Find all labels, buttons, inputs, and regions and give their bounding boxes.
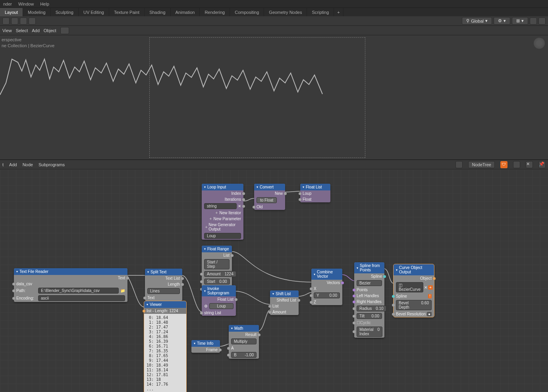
tab-geometry-nodes[interactable]: Geometry Nodes bbox=[264, 8, 307, 16]
menu-help[interactable]: Help bbox=[40, 2, 49, 6]
tab-scripting[interactable]: Scripting bbox=[307, 8, 334, 16]
snap-toggle[interactable]: ⚙▾ bbox=[494, 17, 510, 25]
curve-object-field[interactable]: ◫ BezierCurve bbox=[396, 282, 423, 292]
tab-rendering[interactable]: Rendering bbox=[200, 8, 230, 16]
encoding-field[interactable]: ascii bbox=[38, 295, 125, 301]
node-text-file-reader[interactable]: ▾Text File Reader Text data_csv Path:E:\… bbox=[14, 268, 127, 302]
folder-icon[interactable]: 📁 bbox=[120, 288, 125, 293]
node-menu-t[interactable]: t bbox=[2, 162, 4, 167]
tab-shading[interactable]: Shading bbox=[145, 8, 170, 16]
viewport-3d[interactable]: erspective ne Collection | BezierCurve bbox=[0, 35, 548, 160]
select-menu[interactable]: Select bbox=[16, 28, 28, 33]
node-viewer[interactable]: ▾Viewer list - Length: 1224 0: 18.64 1: … bbox=[144, 301, 186, 392]
node-time-info[interactable]: ▾Time Info Frame bbox=[191, 340, 220, 353]
menu-blender[interactable]: nder bbox=[3, 2, 12, 6]
loop-input-string-field[interactable]: string bbox=[204, 203, 237, 209]
axis-gizmo-icon[interactable] bbox=[534, 38, 545, 49]
tool-icon-1[interactable] bbox=[11, 17, 18, 25]
proportional-falloff-icon[interactable] bbox=[538, 17, 546, 25]
gear-icon[interactable]: ⚙ bbox=[204, 304, 208, 308]
snap-icon: ⊞ bbox=[516, 18, 520, 23]
snap-target[interactable]: ⊞▾ bbox=[512, 17, 528, 25]
add-menu[interactable]: Add bbox=[32, 28, 40, 33]
draw-mode-icon[interactable] bbox=[60, 27, 69, 34]
node-editor-header: t Add Node Subprograms NodeTree 🛡 ✕ 📌 bbox=[0, 160, 548, 169]
node-split-text[interactable]: ▾Split Text Text List Length Lines Text bbox=[145, 269, 182, 301]
viewport-header: View Select Add Object bbox=[0, 26, 548, 35]
tab-compositing[interactable]: Compositing bbox=[230, 8, 264, 16]
node-float-list[interactable]: ▾Float List Loup Float bbox=[300, 184, 330, 202]
node-convert[interactable]: ▾Convert New to Float Old bbox=[254, 184, 285, 210]
node-curve-object-output[interactable]: ▾Curve Object Output Object ◫ BezierCurv… bbox=[394, 264, 434, 317]
convert-to-float-button[interactable]: to Float bbox=[257, 197, 277, 203]
tab-add-workspace[interactable]: + bbox=[334, 8, 343, 16]
chevron-down-icon: ▾ bbox=[521, 18, 524, 23]
node-menu-node[interactable]: Node bbox=[23, 162, 33, 167]
magnet-icon: ⚙ bbox=[498, 18, 502, 23]
workspace-tabs: Layout Modeling Sculpting UV Editing Tex… bbox=[0, 8, 548, 16]
viewer-output-text: 0: 18.64 1: 18.48 2: 17.47 3: 17.24 4: 1… bbox=[144, 314, 186, 392]
subprogram-button[interactable]: Loup bbox=[209, 303, 233, 309]
float-range-mode[interactable]: Start / Step bbox=[204, 259, 230, 269]
pin-icon[interactable]: 📌 bbox=[538, 161, 546, 168]
tab-sculpting[interactable]: Sculpting bbox=[51, 8, 79, 16]
tab-animation[interactable]: Animation bbox=[171, 8, 200, 16]
node-editor-area[interactable]: ▾Loop Input Index Iterations string✕ +Ne… bbox=[0, 169, 548, 392]
split-mode-select[interactable]: Lines bbox=[147, 288, 180, 294]
tab-modeling[interactable]: Modeling bbox=[23, 8, 51, 16]
circle-icon[interactable]: ● bbox=[427, 312, 432, 316]
interaction-mode-icon[interactable] bbox=[2, 17, 10, 25]
warning-icon: ! bbox=[428, 294, 432, 298]
scene-toolbar: ⚲Global▾ ⚙▾ ⊞▾ bbox=[0, 16, 548, 26]
tree-type-icon[interactable] bbox=[455, 161, 463, 168]
proportional-edit-icon[interactable] bbox=[530, 17, 537, 25]
loop-name-field[interactable]: Loup bbox=[204, 233, 241, 239]
chevron-down-icon: ▾ bbox=[485, 18, 488, 23]
path-field[interactable]: E:\Blender_Sync\Graph\data_csv bbox=[38, 288, 119, 294]
shield-icon[interactable]: 🛡 bbox=[500, 161, 507, 168]
spline-type-select[interactable]: Bezier bbox=[357, 280, 382, 286]
tool-icon-3[interactable] bbox=[29, 17, 36, 25]
node-spline-from-points[interactable]: ▾Spline from Points Spline Bezier Points… bbox=[354, 262, 384, 338]
object-menu[interactable]: Object bbox=[44, 28, 56, 33]
tab-uv-editing[interactable]: UV Editing bbox=[79, 8, 109, 16]
tab-layout[interactable]: Layout bbox=[0, 8, 23, 16]
node-menu-add[interactable]: Add bbox=[9, 162, 17, 167]
orientation-icon: ⚲ bbox=[466, 18, 469, 23]
node-math[interactable]: ▾Math Result Multiply A B-1.00 bbox=[229, 325, 259, 359]
fake-user-icon[interactable] bbox=[513, 161, 520, 168]
chevron-down-icon: ▾ bbox=[504, 18, 506, 23]
math-operation-select[interactable]: Multiply bbox=[231, 338, 257, 344]
curve-preview bbox=[0, 35, 512, 160]
tool-icon-2[interactable] bbox=[20, 17, 27, 25]
node-combine-vector[interactable]: ▾Combine Vector Vectors X Y0.00 Z bbox=[311, 269, 342, 305]
main-menu-bar: nder Window Help bbox=[0, 0, 548, 8]
unlink-icon[interactable]: ✕ bbox=[526, 161, 533, 168]
eyedropper-icon[interactable]: + bbox=[428, 285, 433, 290]
node-shift-list[interactable]: ▾Shift List Shifted List List Amount bbox=[270, 290, 299, 315]
menu-window[interactable]: Window bbox=[18, 2, 34, 6]
node-menu-subprograms[interactable]: Subprograms bbox=[39, 162, 65, 167]
node-loop-input[interactable]: ▾Loop Input Index Iterations string✕ +Ne… bbox=[202, 184, 243, 240]
transform-orientation[interactable]: ⚲Global▾ bbox=[462, 17, 492, 25]
view-menu[interactable]: View bbox=[2, 28, 12, 33]
node-invoke-subprogram[interactable]: ▾Invoke Subprogram Float List ⚙Loup stri… bbox=[202, 285, 236, 316]
tab-texture-paint[interactable]: Texture Paint bbox=[109, 8, 145, 16]
node-tree-name[interactable]: NodeTree bbox=[468, 161, 495, 168]
